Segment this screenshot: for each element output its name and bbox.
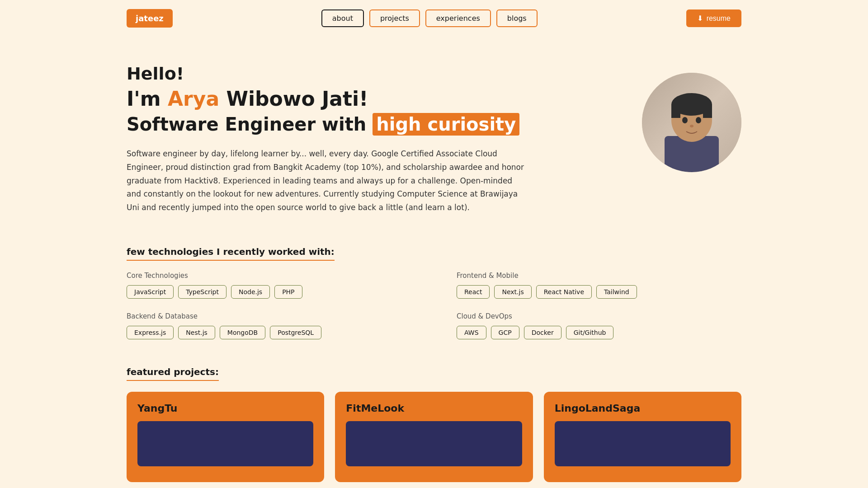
project-title-lingolandsaga: LingoLandSaga <box>555 403 731 414</box>
hero-name-prefix: I'm <box>127 87 168 110</box>
tech-grid: Core Technologies JavaScript TypeScript … <box>127 272 741 339</box>
backend-title: Backend & Database <box>127 312 411 320</box>
hero-name-highlight: Arya <box>168 87 219 110</box>
tag-nestjs: Nest.js <box>178 326 215 339</box>
frontend-title: Frontend & Mobile <box>457 272 741 280</box>
resume-label: resume <box>707 14 731 23</box>
svg-rect-5 <box>703 104 712 118</box>
tag-javascript: JavaScript <box>127 285 174 299</box>
tag-nextjs: Next.js <box>494 285 531 299</box>
hero-greeting: Hello! <box>127 64 533 84</box>
project-title-fitmelook: FitMeLook <box>346 403 522 414</box>
project-card-lingolandsaga[interactable]: LingoLandSaga <box>544 392 741 482</box>
logo[interactable]: jateez <box>127 9 173 28</box>
project-card-yangtu[interactable]: YangTu <box>127 392 324 482</box>
avatar-image <box>642 73 741 172</box>
resume-button[interactable]: ⬇ resume <box>686 9 741 27</box>
nav-link-blogs[interactable]: blogs <box>496 9 538 27</box>
project-image-fitmelook <box>346 421 522 466</box>
avatar <box>642 73 741 172</box>
backend-tags: Express.js Nest.js MongoDB PostgreSQL <box>127 326 411 339</box>
projects-section: featured projects: YangTu FitMeLook Ling… <box>0 362 868 488</box>
nav-link-about[interactable]: about <box>321 9 364 27</box>
svg-point-7 <box>696 117 701 123</box>
svg-rect-4 <box>671 104 680 118</box>
tag-aws: AWS <box>457 326 486 339</box>
projects-grid: YangTu FitMeLook LingoLandSaga <box>127 392 741 482</box>
nav-link-projects[interactable]: projects <box>369 9 420 27</box>
tech-category-frontend: Frontend & Mobile React Next.js React Na… <box>457 272 741 299</box>
hero-text: Hello! I'm Arya Wibowo Jati! Software En… <box>127 64 533 215</box>
tag-typescript: TypeScript <box>178 285 226 299</box>
core-title: Core Technologies <box>127 272 411 280</box>
tech-category-core: Core Technologies JavaScript TypeScript … <box>127 272 411 299</box>
hero-name-suffix: Wibowo Jati! <box>219 87 368 110</box>
projects-title: featured projects: <box>127 366 219 381</box>
tag-gcp: GCP <box>491 326 519 339</box>
project-image-yangtu <box>137 421 313 466</box>
cloud-tags: AWS GCP Docker Git/Github <box>457 326 741 339</box>
nav-links: about projects experiences blogs <box>321 9 538 27</box>
tag-postgresql: PostgreSQL <box>270 326 321 339</box>
project-card-fitmelook[interactable]: FitMeLook <box>335 392 533 482</box>
tag-nodejs: Node.js <box>231 285 270 299</box>
hero-tagline-highlight: high curiosity <box>373 113 519 136</box>
technologies-title: few technologies I recently worked with: <box>127 246 335 261</box>
navbar: jateez about projects experiences blogs … <box>0 0 868 37</box>
hero-name: I'm Arya Wibowo Jati! <box>127 87 533 110</box>
download-icon: ⬇ <box>697 14 703 23</box>
hero-section: Hello! I'm Arya Wibowo Jati! Software En… <box>0 37 868 242</box>
tag-mongodb: MongoDB <box>220 326 265 339</box>
tech-category-cloud: Cloud & DevOps AWS GCP Docker Git/Github <box>457 312 741 339</box>
tag-expressjs: Express.js <box>127 326 174 339</box>
cloud-title: Cloud & DevOps <box>457 312 741 320</box>
nav-link-experiences[interactable]: experiences <box>425 9 491 27</box>
frontend-tags: React Next.js React Native Tailwind <box>457 285 741 299</box>
core-tags: JavaScript TypeScript Node.js PHP <box>127 285 411 299</box>
hero-tagline-prefix: Software Engineer with <box>127 114 373 135</box>
tag-php: PHP <box>274 285 302 299</box>
technologies-section: few technologies I recently worked with:… <box>0 242 868 362</box>
tag-tailwind: Tailwind <box>596 285 637 299</box>
tag-docker: Docker <box>524 326 561 339</box>
tag-react-native: React Native <box>536 285 592 299</box>
hero-bio: Software engineer by day, lifelong learn… <box>127 147 524 215</box>
tag-github: Git/Github <box>566 326 614 339</box>
tag-react: React <box>457 285 490 299</box>
svg-point-6 <box>682 117 688 123</box>
project-image-lingolandsaga <box>555 421 731 466</box>
svg-point-8 <box>690 125 693 127</box>
hero-tagline: Software Engineer with high curiosity <box>127 114 533 135</box>
tech-category-backend: Backend & Database Express.js Nest.js Mo… <box>127 312 411 339</box>
project-title-yangtu: YangTu <box>137 403 313 414</box>
